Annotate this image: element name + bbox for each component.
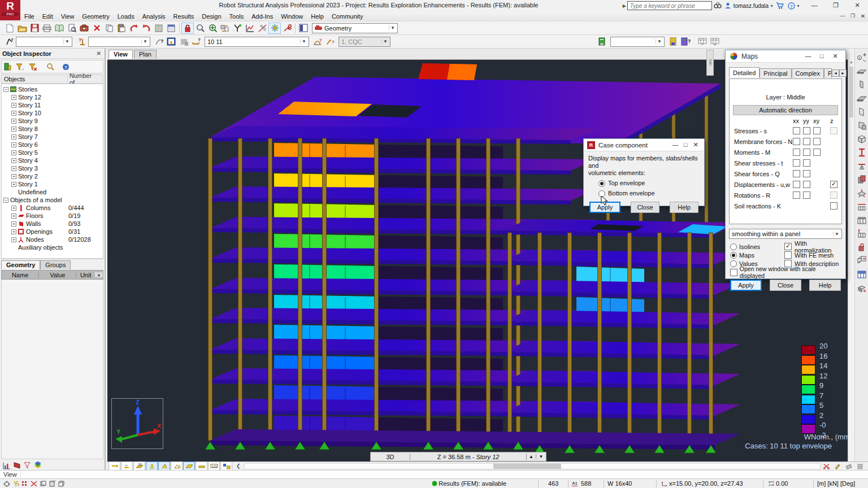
moments-yy-checkbox[interactable] [803,149,810,156]
tree-item-auxiliary[interactable]: Auxiliary objects [3,243,103,251]
tree-item-story[interactable]: +Story 12 [3,93,103,101]
eraser-tool-icon[interactable] [843,463,854,469]
maps-title-bar[interactable]: Maps — □ ✕ [726,50,845,63]
redo-icon[interactable] [140,23,153,34]
shear-stress-xx-checkbox[interactable] [793,159,800,167]
horizontal-scrollbar-thumb[interactable] [493,464,561,469]
zoom-window-icon[interactable] [194,23,206,34]
display-attributes-icon[interactable] [268,23,281,34]
object-tool-icon[interactable] [856,241,868,254]
maps-maximize-icon[interactable]: □ [815,52,828,61]
pan-rotate-icon[interactable] [219,23,231,34]
tree-item-story[interactable]: +Story 11 [3,101,103,109]
strip-collapse-icon[interactable]: ❮ [236,463,241,469]
grid-tool-icon[interactable] [854,463,866,469]
combination-combo[interactable]: 1, CQC▼ [338,37,390,47]
menu-geometry[interactable]: Geometry [78,12,113,21]
tree-item-undefined[interactable]: Undefined [3,188,103,196]
values-radio[interactable] [730,260,737,267]
expand-icon[interactable]: + [11,134,16,140]
maps-help-button[interactable]: Help [809,280,841,291]
section-tool-icon[interactable] [856,146,868,159]
expand-icon[interactable]: + [11,166,16,171]
rotation-xx-checkbox[interactable] [793,191,800,199]
case-selection-combo[interactable]: 10 11▼ [205,37,309,47]
expand-icon[interactable]: + [11,127,16,132]
measure-icon[interactable]: ? [190,36,202,47]
isolines-radio[interactable] [730,243,737,250]
bar-selection-icon[interactable]: ? [3,36,16,47]
filter-clear-icon[interactable] [29,63,37,71]
displacement-w-checkbox[interactable] [803,181,810,188]
expand-icon[interactable]: + [11,119,16,124]
shear-force-xx-checkbox[interactable] [793,170,800,177]
level-up-icon[interactable]: ▲ [527,454,536,459]
rotation-yy-checkbox[interactable] [803,191,810,199]
open-file-icon[interactable] [16,23,28,34]
story-tool-icon[interactable] [856,228,868,240]
table-down-icon[interactable] [696,36,709,47]
tables-tool-icon[interactable] [856,268,868,281]
volume-tool-icon[interactable] [856,133,868,145]
slab-tool-icon[interactable] [856,65,868,77]
support-tool-icon[interactable] [856,160,868,172]
undo-icon[interactable] [128,23,140,34]
beam-load-tool-icon[interactable] [856,201,868,213]
restore-button[interactable]: ❐ [825,1,847,10]
tree-item-story[interactable]: +Story 7 [3,133,103,141]
description-checkbox[interactable] [784,260,792,267]
tab-scroll-right-icon[interactable]: ► [839,69,847,77]
menu-analysis[interactable]: Analysis [138,12,170,21]
tree-item-columns[interactable]: +Columns0/444 [3,204,103,212]
view-cube-2-icon[interactable] [47,481,57,487]
dialog-close-icon[interactable]: ✕ [691,141,701,150]
table-scrollbar[interactable]: ▲ [95,272,103,277]
help-icon[interactable]: ? [786,2,796,10]
moments-xx-checkbox[interactable] [793,149,800,156]
display-node-numbers-toggle[interactable]: n [121,461,133,470]
tab-view[interactable]: View [108,50,133,59]
zoom-all-icon[interactable] [206,23,219,34]
tree-item-story[interactable]: +Story 9 [3,117,103,125]
layout-combo[interactable]: Geometry▼ [312,23,398,33]
membrane-xy-checkbox[interactable] [813,138,821,145]
mdi-minimize-button[interactable]: — [837,12,848,21]
panel-tab-handle[interactable]: tab [706,50,714,76]
menu-community[interactable]: Community [328,12,367,21]
tree-item-story[interactable]: +Story 10 [3,109,103,117]
inspector-search-icon[interactable] [46,63,54,71]
cart-icon[interactable] [774,2,786,9]
fe-mesh-checkbox[interactable] [784,251,792,259]
dialog-help-button[interactable]: Help [670,202,698,213]
moments-xy-checkbox[interactable] [813,149,821,156]
node-selection-icon[interactable]: ? [76,36,88,47]
maps-tab-complex[interactable]: Complex [792,68,824,78]
dialog-maximize-icon[interactable]: □ [680,141,691,150]
display-bar-numbers-toggle[interactable]: N2 [133,461,145,470]
tree-item-stories[interactable]: −Stories [3,85,103,93]
expand-icon[interactable]: + [11,142,16,147]
expand-icon[interactable]: + [11,150,16,155]
node-selection-combo[interactable]: ▼ [88,37,150,47]
search-expand-icon[interactable]: ▶ [623,3,626,8]
inspector-building-icon[interactable] [4,63,11,71]
tab-groups[interactable]: Groups [40,260,71,269]
load-tool-icon[interactable] [856,187,868,199]
table-up-icon[interactable] [709,36,721,47]
normalization-checkbox[interactable] [784,243,792,250]
expand-icon[interactable]: + [11,103,16,108]
stresses-xx-checkbox[interactable] [793,127,800,134]
tab-scroll-left-icon[interactable]: ◄ [832,69,839,77]
copy-icon[interactable] [103,23,115,34]
maps-tab-parameter[interactable]: Parameter [824,68,832,78]
display-panels-toggle[interactable] [183,461,195,470]
shear-stress-yy-checkbox[interactable] [803,159,810,167]
display-numbers-toggle[interactable]: 123 [208,461,220,470]
menu-design[interactable]: Design [198,12,225,21]
expand-icon[interactable]: + [11,111,16,116]
level-cell[interactable]: Z = 36.58 m - Story 12 [410,454,527,460]
paste-icon[interactable] [115,23,128,34]
tree-item-story[interactable]: +Story 6 [3,141,103,149]
user-menu-arrow-icon[interactable]: ▼ [770,4,774,8]
screen-capture-icon[interactable] [78,23,90,34]
